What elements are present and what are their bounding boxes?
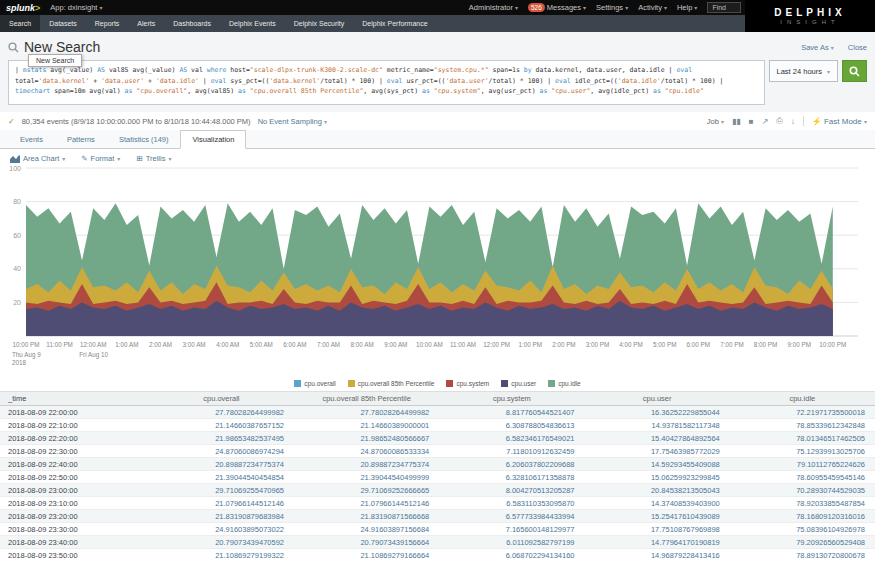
cell-value[interactable]: 27.78028264499982 bbox=[294, 406, 439, 418]
close-button[interactable]: Close bbox=[848, 43, 867, 52]
table-row[interactable]: 2018-08-09 23:00:0029.7106925547096529.7… bbox=[0, 484, 875, 497]
cell-value[interactable]: 6.011092582797199 bbox=[439, 536, 584, 548]
cell-value[interactable]: 14.37408539403900 bbox=[585, 497, 730, 509]
stop-job-button[interactable]: ■ bbox=[749, 117, 754, 126]
cell-time[interactable]: 2018-08-09 22:10:00 bbox=[0, 419, 149, 431]
cell-value[interactable]: 14.59293455409088 bbox=[585, 458, 730, 470]
tab-patterns[interactable]: Patterns bbox=[55, 130, 107, 148]
column-header-cpu-user[interactable]: cpu.user bbox=[585, 392, 730, 405]
administrator-menu[interactable]: Administrator▾ bbox=[469, 3, 518, 12]
cell-value[interactable]: 78.92033855487854 bbox=[730, 497, 875, 509]
cell-value[interactable]: 79.10112765224626 bbox=[730, 458, 875, 470]
table-row[interactable]: 2018-08-09 22:40:0020.8988723477537420.8… bbox=[0, 458, 875, 471]
cell-time[interactable]: 2018-08-09 22:20:00 bbox=[0, 432, 149, 444]
trellis-menu[interactable]: ⊞ Trellis▾ bbox=[136, 154, 171, 163]
cell-value[interactable]: 21.14660389000001 bbox=[294, 419, 439, 431]
nav-item-datasets[interactable]: Datasets bbox=[40, 15, 86, 32]
cell-time[interactable]: 2018-08-09 22:00:00 bbox=[0, 406, 149, 418]
table-row[interactable]: 2018-08-09 23:40:0020.7907343947059220.7… bbox=[0, 536, 875, 549]
cell-value[interactable]: 8.004270513205287 bbox=[439, 484, 584, 496]
cell-value[interactable]: 14.77964170190819 bbox=[585, 536, 730, 548]
cell-value[interactable]: 17.75463985772029 bbox=[585, 445, 730, 457]
legend-item-cpu-overall[interactable]: cpu.overall bbox=[294, 380, 335, 387]
cell-value[interactable]: 20.79073439470592 bbox=[149, 536, 294, 548]
chart-type-picker[interactable]: Area Chart▾ bbox=[10, 154, 65, 163]
tab-statistics-149-[interactable]: Statistics (149) bbox=[107, 130, 181, 148]
cell-time[interactable]: 2018-08-09 23:40:00 bbox=[0, 536, 149, 548]
cell-value[interactable]: 24.91603897156684 bbox=[294, 523, 439, 535]
nav-item-search[interactable]: Search bbox=[0, 15, 40, 32]
cell-value[interactable]: 29.71069255470965 bbox=[149, 484, 294, 496]
cell-value[interactable]: 14.93781582117348 bbox=[585, 419, 730, 431]
cell-value[interactable]: 6.583110353095870 bbox=[439, 497, 584, 509]
run-search-button[interactable] bbox=[842, 60, 867, 82]
nav-item-reports[interactable]: Reports bbox=[86, 15, 129, 32]
app-menu[interactable]: App: dxinsight▾ bbox=[50, 3, 102, 12]
cell-value[interactable]: 20.89887234775374 bbox=[294, 458, 439, 470]
table-row[interactable]: 2018-08-09 22:20:0021.9865348253749521.9… bbox=[0, 432, 875, 445]
table-row[interactable]: 2018-08-09 22:10:0021.1466038765715221.1… bbox=[0, 419, 875, 432]
nav-item-alerts[interactable]: Alerts bbox=[128, 15, 164, 32]
cell-value[interactable]: 6.577733984433994 bbox=[439, 510, 584, 522]
nav-item-delphix-security[interactable]: Delphix Security bbox=[285, 15, 354, 32]
cell-value[interactable]: 6.582346176549021 bbox=[439, 432, 584, 444]
cell-value[interactable]: 6.206037802209688 bbox=[439, 458, 584, 470]
legend-item-cpu-system[interactable]: cpu.system bbox=[446, 380, 489, 387]
tab-events[interactable]: Events bbox=[8, 130, 55, 148]
column-header-cpu-system[interactable]: cpu.system bbox=[439, 392, 584, 405]
cell-value[interactable]: 29.71069252666665 bbox=[294, 484, 439, 496]
cell-time[interactable]: 2018-08-09 22:40:00 bbox=[0, 458, 149, 470]
cell-value[interactable]: 70.28930744529035 bbox=[730, 484, 875, 496]
cell-value[interactable]: 75.12939913025706 bbox=[730, 445, 875, 457]
cell-value[interactable]: 15.25417610439089 bbox=[585, 510, 730, 522]
format-menu[interactable]: ✎ Format▾ bbox=[81, 154, 120, 163]
cell-time[interactable]: 2018-08-09 22:50:00 bbox=[0, 471, 149, 483]
cell-value[interactable]: 78.85339612342848 bbox=[730, 419, 875, 431]
cell-value[interactable]: 79.20926560529408 bbox=[730, 536, 875, 548]
cell-value[interactable]: 15.40427864892564 bbox=[585, 432, 730, 444]
cell-value[interactable]: 20.89887234775374 bbox=[149, 458, 294, 470]
cell-time[interactable]: 2018-08-09 23:30:00 bbox=[0, 523, 149, 535]
table-row[interactable]: 2018-08-09 22:00:0027.7802826449998227.7… bbox=[0, 406, 875, 419]
cell-value[interactable]: 21.83190879683984 bbox=[149, 510, 294, 522]
cell-value[interactable]: 21.10869279199322 bbox=[149, 549, 294, 561]
export-button[interactable]: ↓ bbox=[791, 117, 795, 126]
cell-value[interactable]: 24.91603895073022 bbox=[149, 523, 294, 535]
cell-value[interactable]: 6.068702294134160 bbox=[439, 549, 584, 561]
cell-value[interactable]: 21.39044540499999 bbox=[294, 471, 439, 483]
legend-item-cpu-user[interactable]: cpu.user bbox=[501, 380, 536, 387]
cell-value[interactable]: 21.39044540454854 bbox=[149, 471, 294, 483]
cell-value[interactable]: 78.16809120316016 bbox=[730, 510, 875, 522]
cell-value[interactable]: 6.328106171358878 bbox=[439, 471, 584, 483]
cell-value[interactable]: 14.96879228413416 bbox=[585, 549, 730, 561]
cell-time[interactable]: 2018-08-09 23:50:00 bbox=[0, 549, 149, 561]
cell-value[interactable]: 78.89130720800678 bbox=[730, 549, 875, 561]
cell-value[interactable]: 21.07966144512146 bbox=[294, 497, 439, 509]
cell-value[interactable]: 21.07966144512146 bbox=[149, 497, 294, 509]
cell-time[interactable]: 2018-08-09 22:30:00 bbox=[0, 445, 149, 457]
cell-value[interactable]: 17.75108767969898 bbox=[585, 523, 730, 535]
messages-menu[interactable]: 526Messages▾ bbox=[528, 3, 586, 12]
settings-menu[interactable]: Settings▾ bbox=[596, 3, 628, 12]
cell-value[interactable]: 7.118010912632459 bbox=[439, 445, 584, 457]
cell-value[interactable]: 21.14660387657152 bbox=[149, 419, 294, 431]
cell-value[interactable]: 21.98652480566667 bbox=[294, 432, 439, 444]
table-row[interactable]: 2018-08-09 23:50:0021.1086927919932221.1… bbox=[0, 549, 875, 561]
cell-time[interactable]: 2018-08-09 23:10:00 bbox=[0, 497, 149, 509]
column-header-time[interactable]: _time bbox=[0, 392, 149, 405]
job-menu[interactable]: Job ▾ bbox=[707, 117, 724, 126]
cell-value[interactable]: 21.10869279166664 bbox=[294, 549, 439, 561]
share-job-button[interactable]: ↗ bbox=[762, 117, 769, 126]
splunk-logo[interactable]: splunk> bbox=[6, 3, 40, 13]
help-menu[interactable]: Help▾ bbox=[677, 3, 697, 12]
cell-value[interactable]: 20.79073439156664 bbox=[294, 536, 439, 548]
cell-value[interactable]: 7.165600148129977 bbox=[439, 523, 584, 535]
nav-item-dashboards[interactable]: Dashboards bbox=[164, 15, 220, 32]
column-header-cpu-idle[interactable]: cpu.idle bbox=[730, 392, 875, 405]
cell-value[interactable]: 78.60955459545146 bbox=[730, 471, 875, 483]
cell-value[interactable]: 6.308788054836613 bbox=[439, 419, 584, 431]
cell-value[interactable]: 16.36252229855044 bbox=[585, 406, 730, 418]
table-row[interactable]: 2018-08-09 23:30:0024.9160389507302224.9… bbox=[0, 523, 875, 536]
table-row[interactable]: 2018-08-09 22:50:0021.3904454045485421.3… bbox=[0, 471, 875, 484]
area-chart[interactable]: 2040608010010:00 PM11:00 PM12:00 AM1:00 … bbox=[0, 166, 875, 374]
